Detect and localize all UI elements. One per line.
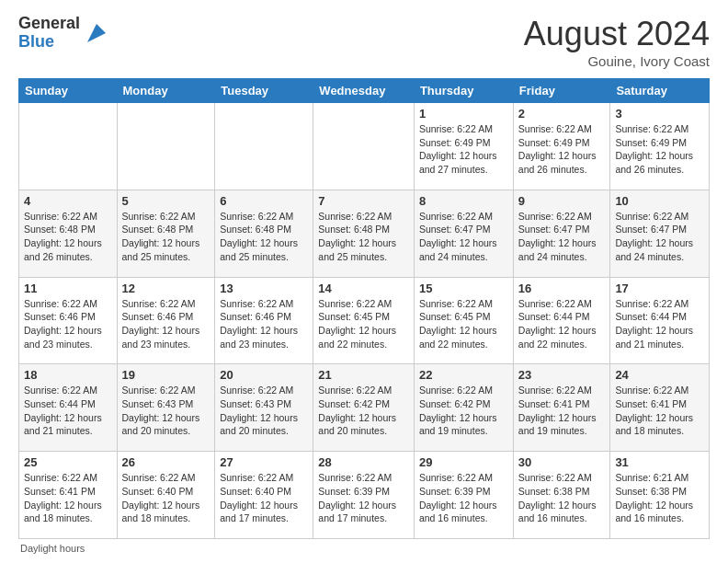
day-number: 10 [615, 194, 704, 208]
day-number: 4 [24, 194, 112, 208]
calendar-cell: 16Sunrise: 6:22 AM Sunset: 6:44 PM Dayli… [513, 277, 610, 364]
day-info: Sunrise: 6:22 AM Sunset: 6:42 PM Dayligh… [419, 384, 508, 438]
svg-marker-0 [87, 24, 106, 42]
day-info: Sunrise: 6:22 AM Sunset: 6:48 PM Dayligh… [122, 210, 210, 264]
day-info: Sunrise: 6:22 AM Sunset: 6:48 PM Dayligh… [318, 210, 409, 264]
calendar-week-row: 18Sunrise: 6:22 AM Sunset: 6:44 PM Dayli… [19, 364, 710, 452]
month-year: August 2024 [524, 15, 710, 53]
weekday-header: Monday [117, 79, 215, 103]
day-info: Sunrise: 6:22 AM Sunset: 6:46 PM Dayligh… [220, 297, 308, 351]
calendar-cell: 1Sunrise: 6:22 AM Sunset: 6:49 PM Daylig… [414, 103, 513, 190]
calendar-week-row: 1Sunrise: 6:22 AM Sunset: 6:49 PM Daylig… [19, 103, 710, 190]
day-info: Sunrise: 6:22 AM Sunset: 6:38 PM Dayligh… [518, 471, 606, 525]
day-info: Sunrise: 6:22 AM Sunset: 6:48 PM Dayligh… [24, 210, 112, 264]
calendar-cell: 12Sunrise: 6:22 AM Sunset: 6:46 PM Dayli… [117, 277, 215, 364]
footer: Daylight hours [18, 543, 710, 554]
weekday-header: Thursday [414, 79, 513, 103]
calendar-cell: 10Sunrise: 6:22 AM Sunset: 6:47 PM Dayli… [610, 190, 710, 277]
calendar-week-row: 4Sunrise: 6:22 AM Sunset: 6:48 PM Daylig… [19, 190, 710, 277]
day-info: Sunrise: 6:21 AM Sunset: 6:38 PM Dayligh… [615, 471, 704, 525]
day-info: Sunrise: 6:22 AM Sunset: 6:45 PM Dayligh… [318, 297, 409, 351]
page: General Blue August 2024 Gouine, Ivory C… [0, 0, 728, 563]
day-number: 29 [419, 455, 508, 469]
day-info: Sunrise: 6:22 AM Sunset: 6:42 PM Dayligh… [318, 384, 409, 438]
weekday-header: Sunday [19, 79, 118, 103]
day-number: 6 [220, 194, 308, 208]
calendar-cell: 20Sunrise: 6:22 AM Sunset: 6:43 PM Dayli… [215, 364, 313, 452]
calendar-cell: 15Sunrise: 6:22 AM Sunset: 6:45 PM Dayli… [414, 277, 513, 364]
calendar-cell: 7Sunrise: 6:22 AM Sunset: 6:48 PM Daylig… [313, 190, 415, 277]
calendar-cell: 14Sunrise: 6:22 AM Sunset: 6:45 PM Dayli… [313, 277, 415, 364]
calendar-cell: 26Sunrise: 6:22 AM Sunset: 6:40 PM Dayli… [117, 452, 215, 539]
day-info: Sunrise: 6:22 AM Sunset: 6:48 PM Dayligh… [220, 210, 308, 264]
day-number: 1 [419, 107, 508, 121]
calendar-cell: 3Sunrise: 6:22 AM Sunset: 6:49 PM Daylig… [610, 103, 710, 190]
day-info: Sunrise: 6:22 AM Sunset: 6:49 PM Dayligh… [419, 122, 508, 177]
day-number: 12 [122, 282, 210, 295]
day-info: Sunrise: 6:22 AM Sunset: 6:46 PM Dayligh… [122, 297, 210, 351]
calendar-cell: 25Sunrise: 6:22 AM Sunset: 6:41 PM Dayli… [19, 452, 118, 539]
day-number: 30 [518, 455, 606, 469]
calendar-cell: 27Sunrise: 6:22 AM Sunset: 6:40 PM Dayli… [215, 452, 313, 539]
day-info: Sunrise: 6:22 AM Sunset: 6:49 PM Dayligh… [615, 122, 704, 177]
weekday-header: Saturday [610, 79, 710, 103]
day-info: Sunrise: 6:22 AM Sunset: 6:39 PM Dayligh… [318, 471, 409, 525]
day-info: Sunrise: 6:22 AM Sunset: 6:45 PM Dayligh… [419, 297, 508, 351]
day-number: 2 [518, 107, 606, 121]
calendar-cell: 18Sunrise: 6:22 AM Sunset: 6:44 PM Dayli… [19, 364, 118, 452]
calendar-cell: 5Sunrise: 6:22 AM Sunset: 6:48 PM Daylig… [117, 190, 215, 277]
day-info: Sunrise: 6:22 AM Sunset: 6:44 PM Dayligh… [615, 297, 704, 351]
logo-icon [84, 20, 109, 46]
day-number: 27 [220, 455, 308, 469]
calendar-cell: 9Sunrise: 6:22 AM Sunset: 6:47 PM Daylig… [513, 190, 610, 277]
calendar-cell: 11Sunrise: 6:22 AM Sunset: 6:46 PM Dayli… [19, 277, 118, 364]
calendar-week-row: 11Sunrise: 6:22 AM Sunset: 6:46 PM Dayli… [19, 277, 710, 364]
calendar-cell: 30Sunrise: 6:22 AM Sunset: 6:38 PM Dayli… [513, 452, 610, 539]
day-number: 3 [615, 107, 704, 121]
daylight-label: Daylight hours [20, 543, 85, 554]
calendar-cell: 19Sunrise: 6:22 AM Sunset: 6:43 PM Dayli… [117, 364, 215, 452]
calendar-cell: 2Sunrise: 6:22 AM Sunset: 6:49 PM Daylig… [513, 103, 610, 190]
day-number: 26 [122, 455, 210, 469]
calendar-cell: 4Sunrise: 6:22 AM Sunset: 6:48 PM Daylig… [19, 190, 118, 277]
day-info: Sunrise: 6:22 AM Sunset: 6:44 PM Dayligh… [24, 384, 112, 438]
day-number: 24 [615, 368, 704, 382]
day-number: 11 [24, 282, 112, 295]
logo-text: General Blue [18, 15, 80, 52]
day-number: 25 [24, 455, 112, 469]
day-info: Sunrise: 6:22 AM Sunset: 6:47 PM Dayligh… [419, 210, 508, 264]
day-number: 13 [220, 282, 308, 295]
day-info: Sunrise: 6:22 AM Sunset: 6:41 PM Dayligh… [615, 384, 704, 438]
day-number: 16 [518, 282, 606, 295]
calendar-cell: 31Sunrise: 6:21 AM Sunset: 6:38 PM Dayli… [610, 452, 710, 539]
calendar-cell: 29Sunrise: 6:22 AM Sunset: 6:39 PM Dayli… [414, 452, 513, 539]
weekday-header: Friday [513, 79, 610, 103]
day-info: Sunrise: 6:22 AM Sunset: 6:40 PM Dayligh… [122, 471, 210, 525]
calendar-header-row: SundayMondayTuesdayWednesdayThursdayFrid… [19, 79, 710, 103]
calendar-cell: 28Sunrise: 6:22 AM Sunset: 6:39 PM Dayli… [313, 452, 415, 539]
day-number: 15 [419, 282, 508, 295]
day-info: Sunrise: 6:22 AM Sunset: 6:44 PM Dayligh… [518, 297, 606, 351]
day-number: 14 [318, 282, 409, 295]
calendar-cell [117, 103, 215, 190]
day-number: 5 [122, 194, 210, 208]
location: Gouine, Ivory Coast [524, 53, 710, 69]
day-info: Sunrise: 6:22 AM Sunset: 6:43 PM Dayligh… [122, 384, 210, 438]
day-info: Sunrise: 6:22 AM Sunset: 6:39 PM Dayligh… [419, 471, 508, 525]
calendar-cell: 8Sunrise: 6:22 AM Sunset: 6:47 PM Daylig… [414, 190, 513, 277]
logo-general: General [18, 15, 80, 33]
day-number: 9 [518, 194, 606, 208]
header: General Blue August 2024 Gouine, Ivory C… [18, 15, 710, 69]
weekday-header: Wednesday [313, 79, 415, 103]
day-info: Sunrise: 6:22 AM Sunset: 6:43 PM Dayligh… [220, 384, 308, 438]
calendar-cell [215, 103, 313, 190]
calendar-cell [19, 103, 118, 190]
logo: General Blue [18, 15, 109, 52]
weekday-header: Tuesday [215, 79, 313, 103]
day-number: 28 [318, 455, 409, 469]
calendar-cell: 17Sunrise: 6:22 AM Sunset: 6:44 PM Dayli… [610, 277, 710, 364]
day-info: Sunrise: 6:22 AM Sunset: 6:49 PM Dayligh… [518, 122, 606, 177]
day-info: Sunrise: 6:22 AM Sunset: 6:41 PM Dayligh… [24, 471, 112, 525]
day-number: 19 [122, 368, 210, 382]
day-number: 23 [518, 368, 606, 382]
